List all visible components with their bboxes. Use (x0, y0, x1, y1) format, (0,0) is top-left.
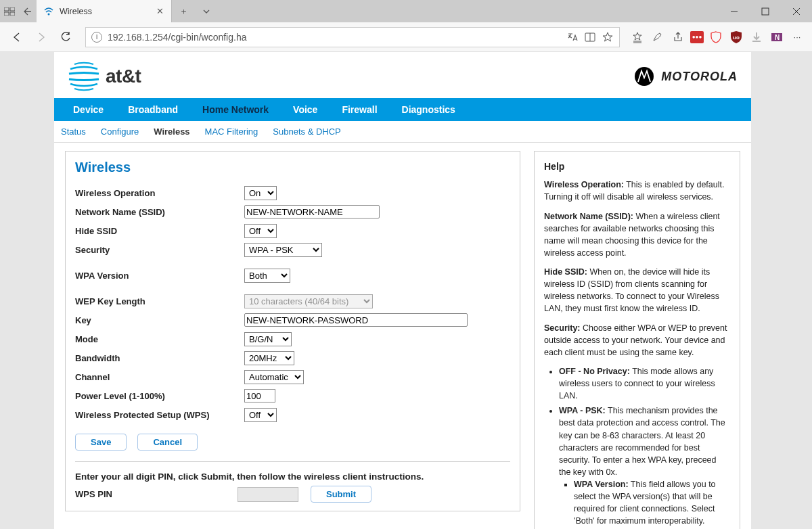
address-bar[interactable]: i 192.168.1.254/cgi-bin/wconfig.ha (85, 27, 620, 47)
wps-pin-label: WPS PIN (75, 489, 225, 499)
bandwidth-label: Bandwidth (75, 353, 244, 363)
wpa-version-label: WPA Version (75, 271, 244, 281)
subnav-wireless[interactable]: Wireless (154, 124, 189, 139)
submit-button[interactable]: Submit (311, 486, 371, 503)
subnav-subnets-dhcp[interactable]: Subnets & DHCP (273, 124, 340, 139)
svg-rect-2 (4, 12, 9, 16)
bandwidth-select[interactable]: 20MHz (244, 351, 294, 365)
topnav-home-network[interactable]: Home Network (190, 98, 281, 121)
lastpass-icon[interactable]: ●●● (690, 31, 704, 43)
att-text: at&t (106, 66, 141, 87)
wireless-operation-select[interactable]: On (244, 186, 277, 200)
help-wop-b: Wireless Operation: (544, 180, 624, 189)
help-sec-b: Security: (544, 323, 581, 333)
help-hide-b: Hide SSID: (544, 267, 587, 277)
help-psk: This mechanism provides the best data pr… (559, 406, 725, 477)
svg-rect-1 (10, 7, 15, 11)
help-panel: Help Wireless Operation: This is enabled… (534, 151, 740, 529)
cancel-button[interactable]: Cancel (137, 434, 198, 451)
router-admin-page: at&t MOTOROLA DeviceBroadbandHome Networ… (54, 52, 751, 529)
help-off-b: OFF - No Privacy: (559, 367, 630, 376)
wep-key-length-label: WEP Key Length (75, 296, 244, 306)
mode-select[interactable]: B/G/N (244, 332, 292, 346)
wps-pin-input[interactable] (238, 487, 298, 502)
help-ver-b: WPA Version: (574, 480, 629, 489)
shield-icon[interactable] (708, 29, 724, 45)
pen-icon[interactable] (650, 29, 666, 45)
wifi-icon (43, 6, 54, 17)
browser-toolbar: i 192.168.1.254/cgi-bin/wconfig.ha ●●● u… (0, 22, 812, 52)
share-icon[interactable] (670, 29, 686, 45)
window-maximize-button[interactable] (750, 0, 781, 22)
help-title: Help (544, 160, 730, 173)
key-label: Key (75, 315, 244, 325)
more-icon[interactable]: ··· (789, 29, 805, 45)
favorite-icon[interactable] (602, 32, 614, 43)
translate-icon[interactable] (566, 32, 579, 43)
svg-point-14 (69, 62, 99, 91)
favorites-list-icon[interactable] (629, 29, 646, 45)
wpa-version-select[interactable]: Both (244, 269, 290, 283)
svg-rect-6 (762, 8, 769, 15)
wps-select[interactable]: Off (244, 408, 277, 422)
security-label: Security (75, 245, 244, 255)
task-back-icon[interactable] (22, 6, 32, 17)
help-ssid-b: Network Name (SSID): (544, 212, 633, 221)
back-button[interactable] (7, 27, 27, 47)
reading-view-icon[interactable] (584, 32, 596, 43)
help-psk-b: WPA - PSK: (559, 406, 606, 415)
browser-tab[interactable]: Wireless ✕ (37, 0, 172, 22)
ssid-label: Network Name (SSID) (75, 207, 244, 217)
main-panel: Wireless Wireless Operation On Network N… (65, 151, 520, 511)
task-switch-icon[interactable] (4, 6, 15, 17)
ublock-icon[interactable]: uo (728, 29, 744, 45)
topnav-voice[interactable]: Voice (281, 98, 330, 121)
power-input[interactable] (244, 389, 275, 402)
wireless-operation-label: Wireless Operation (75, 188, 244, 198)
onenote-icon[interactable]: N (769, 29, 785, 45)
channel-select[interactable]: Automatic (244, 370, 304, 384)
topnav-diagnostics[interactable]: Diagnostics (390, 98, 468, 121)
top-nav: DeviceBroadbandHome NetworkVoiceFirewall… (54, 98, 751, 121)
refresh-button[interactable] (55, 27, 76, 47)
site-info-icon[interactable]: i (91, 32, 102, 43)
svg-text:N: N (775, 34, 780, 41)
att-logo: at&t (68, 60, 141, 93)
topnav-broadband[interactable]: Broadband (116, 98, 190, 121)
browser-tabbar: Wireless ✕ ＋ (0, 0, 812, 22)
mode-label: Mode (75, 334, 244, 344)
subnav-mac-filtering[interactable]: MAC Filtering (205, 124, 258, 139)
wep-key-length-select[interactable]: 10 characters (40/64 bits) (244, 294, 373, 308)
motorola-icon (634, 66, 654, 87)
security-select[interactable]: WPA - PSK (244, 243, 322, 257)
pin-instructions: Enter your all digit PIN, click Submit, … (75, 472, 510, 482)
svg-rect-0 (4, 7, 9, 11)
forward-button[interactable] (31, 27, 51, 47)
topnav-device[interactable]: Device (61, 98, 116, 121)
wps-label: Wireless Protected Setup (WPS) (75, 410, 244, 420)
window-close-button[interactable] (781, 0, 812, 22)
subnav-configure[interactable]: Configure (101, 124, 139, 139)
url-text: 192.168.1.254/cgi-bin/wconfig.ha (108, 32, 561, 43)
save-button[interactable]: Save (75, 434, 127, 451)
hide-ssid-select[interactable]: Off (244, 224, 277, 238)
window-minimize-button[interactable] (719, 0, 750, 22)
att-globe-icon (68, 60, 100, 93)
panel-title: Wireless (75, 160, 510, 175)
tab-close-icon[interactable]: ✕ (155, 7, 164, 16)
svg-point-4 (48, 13, 50, 15)
motorola-text: MOTOROLA (661, 70, 738, 84)
motorola-logo: MOTOROLA (634, 66, 738, 87)
topnav-firewall[interactable]: Firewall (330, 98, 389, 121)
key-input[interactable] (244, 313, 468, 327)
tab-chevron-icon[interactable] (195, 0, 218, 22)
download-icon[interactable] (748, 29, 765, 45)
svg-rect-3 (10, 12, 15, 16)
channel-label: Channel (75, 372, 244, 382)
tab-title: Wireless (60, 7, 150, 16)
subnav-status[interactable]: Status (61, 124, 86, 139)
new-tab-button[interactable]: ＋ (172, 0, 195, 22)
ssid-input[interactable] (244, 205, 380, 218)
svg-text:uo: uo (733, 34, 740, 41)
sub-nav: StatusConfigureWirelessMAC FilteringSubn… (54, 121, 751, 143)
